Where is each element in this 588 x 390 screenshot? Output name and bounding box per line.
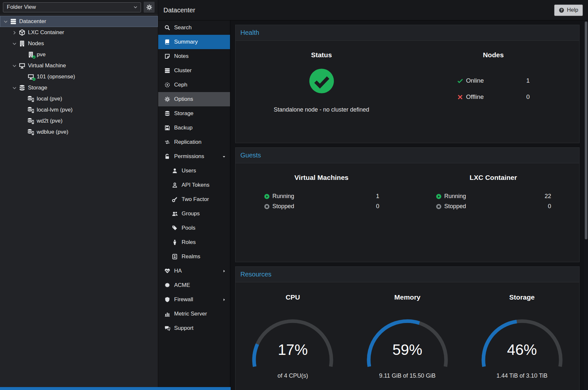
storage-gauge-arc: 46%: [467, 316, 577, 378]
nav-item-options[interactable]: Options: [158, 92, 230, 106]
tree-item-label: LXC Container: [28, 29, 64, 36]
address-book-icon: [172, 254, 178, 260]
status-heading: Status: [236, 51, 407, 59]
content-scrollbar[interactable]: [584, 20, 588, 390]
desktop-icon: [19, 62, 25, 69]
summary-content: Health Status Standalone node - no clust…: [230, 20, 588, 390]
nodes-heading: Nodes: [407, 51, 579, 59]
resources-panel-body: CPU 17% of 4 CPU(s) Memory: [236, 282, 579, 390]
tree-item-virtual-machine[interactable]: Virtual Machine: [0, 60, 158, 71]
nav-item-label: Ceph: [174, 82, 187, 88]
memory-gauge-title: Memory: [394, 293, 421, 301]
nav-item-cluster[interactable]: Cluster: [158, 63, 230, 78]
guest-status-rows: Running1Stopped0: [264, 191, 379, 211]
help-button-label: Help: [567, 7, 578, 13]
storage-drive-icon: [28, 96, 34, 102]
tree-settings-button[interactable]: [143, 1, 155, 13]
retweet-icon: [164, 139, 170, 145]
nav-item-users[interactable]: Users: [158, 164, 230, 178]
datacenter-nav: SearchSummaryNotesClusterCephOptionsStor…: [158, 20, 230, 390]
tree-item-datacenter[interactable]: Datacenter: [0, 16, 158, 27]
tree-item-pve[interactable]: pve: [0, 49, 158, 60]
nav-item-support[interactable]: Support: [158, 321, 230, 335]
guests-panel-title: Guests: [236, 148, 579, 163]
nav-item-permissions[interactable]: Permissions: [158, 149, 230, 164]
book-icon: [164, 39, 170, 45]
cpu-gauge: CPU 17% of 4 CPU(s): [236, 282, 350, 390]
tree-item-label: local (pve): [37, 96, 62, 102]
key-icon: [172, 196, 178, 202]
stop-circle-icon: [436, 204, 442, 209]
resource-tree-panel: Folder View DatacenterLXC ContainerNodes…: [0, 0, 158, 390]
nav-item-ceph[interactable]: Ceph: [158, 78, 230, 92]
nav-item-realms[interactable]: Realms: [158, 249, 230, 264]
status-value: 0: [548, 203, 551, 210]
cpu-gauge-title: CPU: [286, 293, 300, 301]
nav-item-label: Backup: [174, 125, 193, 131]
tree-item-wdblue-pve[interactable]: wdblue (pve): [0, 127, 158, 138]
nav-item-notes[interactable]: Notes: [158, 49, 230, 63]
tree-item-wd2t-pve[interactable]: wd2t (pve): [0, 115, 158, 127]
guests-column-heading: LXC Container: [407, 174, 579, 182]
nav-item-groups[interactable]: Groups: [158, 207, 230, 221]
nav-item-metric-server[interactable]: Metric Server: [158, 307, 230, 321]
chevron-down-icon[interactable]: [12, 63, 17, 68]
users-icon: [172, 211, 178, 217]
tree-item-local-pve[interactable]: local (pve): [0, 93, 158, 104]
chevron-down-icon[interactable]: [3, 19, 8, 24]
chevron-down-icon[interactable]: [12, 86, 17, 90]
nav-item-api-tokens[interactable]: API Tokens: [158, 178, 230, 192]
nav-item-storage[interactable]: Storage: [158, 106, 230, 121]
nav-item-summary[interactable]: Summary: [158, 35, 230, 49]
storage-gauge: Storage 46% 1.44 TiB of 3.10 TiB: [465, 282, 579, 390]
caret-right-icon: [222, 269, 226, 273]
shield-icon: [164, 297, 170, 303]
view-mode-select[interactable]: Folder View: [3, 2, 141, 12]
nav-item-search[interactable]: Search: [158, 20, 230, 35]
tree-item-label: Nodes: [28, 40, 44, 47]
help-button[interactable]: ? Help: [554, 5, 583, 16]
caret-spacer: [21, 52, 26, 57]
status-message: Standalone node - no cluster defined: [236, 106, 407, 113]
tree-item-lxc-container[interactable]: LXC Container: [0, 27, 158, 38]
nav-item-replication[interactable]: Replication: [158, 135, 230, 149]
cpu-gauge-arc: 17%: [237, 316, 348, 378]
nav-item-label: Support: [174, 325, 194, 331]
nav-item-firewall[interactable]: Firewall: [158, 292, 230, 307]
tree-item-storage[interactable]: Storage: [0, 82, 158, 93]
tree-item-label: Virtual Machine: [28, 62, 66, 69]
tree-item-101-opnsense[interactable]: 101 (opnsense): [0, 71, 158, 82]
question-circle-icon: ?: [559, 7, 564, 13]
scrollbar-thumb[interactable]: [585, 21, 587, 239]
storage-drive-icon: [28, 118, 34, 124]
proxmox-app: Folder View DatacenterLXC ContainerNodes…: [0, 0, 588, 390]
nav-item-acme[interactable]: ACME: [158, 278, 230, 292]
health-panel-body: Status Standalone node - no cluster defi…: [236, 41, 579, 143]
bar-chart-icon: [164, 311, 170, 317]
nav-item-label: ACME: [174, 282, 190, 289]
server-icon: [10, 18, 17, 25]
nav-item-ha[interactable]: HA: [158, 264, 230, 278]
nav-item-roles[interactable]: Roles: [158, 235, 230, 249]
status-value: 22: [544, 193, 551, 200]
tree-item-label: Datacenter: [19, 18, 46, 25]
tree-item-local-lvm-pve[interactable]: local-lvm (pve): [0, 104, 158, 115]
chevron-right-icon[interactable]: [12, 30, 17, 35]
node-status-row-online: Online1: [457, 73, 530, 89]
caret-spacer: [21, 97, 26, 101]
tree-item-nodes[interactable]: Nodes: [0, 38, 158, 49]
gear-icon: [146, 4, 152, 10]
guests-panel: Guests Virtual MachinesRunning1Stopped0L…: [235, 147, 580, 262]
chevron-down-icon[interactable]: [12, 41, 17, 46]
certificate-icon: [164, 282, 170, 288]
running-badge-icon: [32, 77, 36, 81]
search-icon: [164, 25, 170, 31]
chevron-down-icon: [133, 5, 138, 9]
nav-item-two-factor[interactable]: Two Factor: [158, 192, 230, 207]
desktop-icon: [28, 74, 34, 80]
comments-icon: [164, 325, 170, 331]
nav-item-pools[interactable]: Pools: [158, 221, 230, 235]
nav-item-label: Users: [182, 168, 196, 174]
tree-item-label: Storage: [28, 85, 47, 91]
nav-item-backup[interactable]: Backup: [158, 121, 230, 135]
